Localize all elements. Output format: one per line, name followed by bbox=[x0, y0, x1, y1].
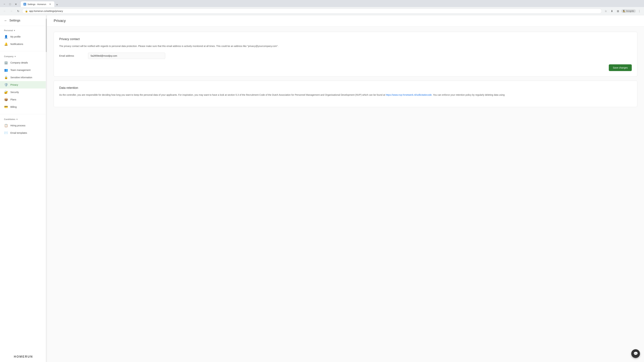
personal-dropdown-arrow: ▾ bbox=[14, 29, 15, 32]
incognito-label: Incognito bbox=[626, 10, 634, 12]
bookmark-button[interactable]: ☆ bbox=[603, 8, 608, 14]
address-bar[interactable]: 🔒 bbox=[22, 8, 602, 13]
company-details-icon: 🏢 bbox=[4, 61, 8, 65]
sidebar-item-label-plans: Plans bbox=[10, 98, 16, 101]
sidebar-back-button[interactable]: ← bbox=[4, 18, 8, 22]
email-input[interactable] bbox=[88, 53, 165, 59]
reload-button[interactable]: ↻ bbox=[16, 8, 21, 14]
new-tab-button[interactable]: + bbox=[55, 2, 59, 7]
privacy-contact-title: Privacy contact bbox=[59, 37, 632, 41]
tab-favicon: H bbox=[24, 3, 26, 5]
email-templates-icon: ✉️ bbox=[4, 131, 8, 135]
sidebar-item-label-security: Security bbox=[10, 91, 19, 93]
menu-button[interactable]: ⋮ bbox=[636, 8, 642, 14]
sidebar-section-candidates: Candidates ▾ 📋 Hiring process ✉️ Email t… bbox=[0, 115, 47, 139]
sidebar: ← Settings Personal ▾ 👤 My profile 🔔 Not… bbox=[0, 15, 47, 362]
page-header: Privacy bbox=[47, 15, 644, 26]
email-label: Email address bbox=[59, 54, 83, 57]
close-button[interactable]: ✕ bbox=[14, 2, 18, 6]
notifications-icon: 🔔 bbox=[4, 42, 8, 46]
forward-nav-button[interactable]: → bbox=[9, 8, 14, 14]
minimize-button[interactable]: − bbox=[2, 2, 7, 6]
sidebar-item-my-profile[interactable]: 👤 My profile bbox=[0, 33, 47, 40]
email-form-row: Email address bbox=[59, 53, 632, 59]
sidebar-item-company-details[interactable]: 🏢 Company details bbox=[0, 59, 47, 66]
sidebar-section-company: Company ▾ 🏢 Company details 👥 Team manag… bbox=[0, 52, 47, 113]
tab-close-button[interactable]: ✕ bbox=[49, 3, 52, 6]
app-layout: ← Settings Personal ▾ 👤 My profile 🔔 Not… bbox=[0, 15, 644, 362]
sidebar-item-label-sensitive-information: Sensitive information bbox=[10, 76, 32, 79]
company-dropdown-arrow: ▾ bbox=[14, 55, 16, 58]
billing-icon: 💳 bbox=[4, 105, 8, 109]
sidebar-item-label-team-management: Team management bbox=[10, 69, 30, 71]
sidebar-item-label-my-profile: My profile bbox=[10, 35, 21, 38]
sidebar-item-billing[interactable]: 💳 Billing bbox=[0, 103, 47, 111]
sidebar-item-hiring-process[interactable]: 📋 Hiring process bbox=[0, 122, 47, 129]
homerun-logo: HOMERUN bbox=[14, 355, 33, 359]
nav-actions: ☆ ⬇ ⊞ 🕵 Incognito ⋮ bbox=[603, 8, 642, 14]
sidebar-scrollbar[interactable] bbox=[46, 15, 47, 362]
data-retention-card: Data retention As the controller, you ar… bbox=[54, 81, 637, 107]
data-retention-title: Data retention bbox=[59, 86, 632, 90]
sidebar-scroll-thumb bbox=[46, 18, 47, 52]
sidebar-item-label-privacy: Privacy bbox=[10, 83, 18, 86]
privacy-contact-description: The privacy contact will be notified wit… bbox=[59, 44, 632, 48]
incognito-icon: 🕵 bbox=[623, 10, 626, 12]
browser-chrome: − □ ✕ H Settings · Homerun ✕ + ← → ↻ 🔒 ☆… bbox=[0, 0, 644, 15]
sidebar-item-label-hiring-process: Hiring process bbox=[10, 124, 25, 127]
sidebar-item-plans[interactable]: 📦 Plans bbox=[0, 96, 47, 103]
tab-bar: H Settings · Homerun ✕ + bbox=[21, 1, 59, 7]
candidates-dropdown-arrow: ▾ bbox=[16, 118, 18, 120]
sidebar-title: Settings bbox=[10, 19, 20, 22]
sidebar-item-label-company-details: Company details bbox=[10, 61, 28, 64]
candidates-section-label: Candidates ▾ bbox=[0, 117, 47, 122]
privacy-icon: 🛡️ bbox=[4, 83, 8, 87]
secure-icon: 🔒 bbox=[25, 10, 28, 12]
browser-tab-active[interactable]: H Settings · Homerun ✕ bbox=[21, 1, 54, 7]
page-title: Privacy bbox=[54, 18, 637, 23]
sidebar-section-personal: Personal ▾ 👤 My profile 🔔 Notifications bbox=[0, 26, 47, 50]
browser-controls: − □ ✕ bbox=[2, 2, 18, 6]
extensions-button[interactable]: ⊞ bbox=[615, 8, 620, 14]
sidebar-item-label-notifications: Notifications bbox=[10, 43, 23, 45]
url-input[interactable] bbox=[29, 10, 599, 12]
back-nav-button[interactable]: ← bbox=[2, 8, 8, 14]
sidebar-item-notifications[interactable]: 🔔 Notifications bbox=[0, 40, 47, 48]
section-divider-2 bbox=[0, 114, 47, 114]
maximize-button[interactable]: □ bbox=[8, 2, 12, 6]
team-management-icon: 👥 bbox=[4, 68, 8, 72]
chat-icon: 💬 bbox=[634, 352, 638, 356]
privacy-contact-actions: Save changes bbox=[59, 63, 632, 71]
sidebar-item-privacy[interactable]: 🛡️ Privacy bbox=[0, 81, 47, 88]
incognito-badge: 🕵 Incognito bbox=[621, 9, 636, 13]
nvp-link[interactable]: https://www.nvp-hrnetwerk.nl/sollicitati… bbox=[386, 93, 432, 96]
browser-nav: ← → ↻ 🔒 ☆ ⬇ ⊞ 🕵 Incognito ⋮ bbox=[0, 7, 644, 15]
sidebar-item-email-templates[interactable]: ✉️ Email templates bbox=[0, 129, 47, 137]
plans-icon: 📦 bbox=[4, 97, 8, 102]
hiring-process-icon: 📋 bbox=[4, 123, 8, 128]
download-button[interactable]: ⬇ bbox=[609, 8, 614, 14]
sidebar-item-security[interactable]: 🔐 Security bbox=[0, 88, 47, 96]
chat-widget[interactable]: 💬 bbox=[631, 349, 640, 358]
content-area: Privacy contact The privacy contact will… bbox=[47, 26, 644, 112]
sensitive-info-icon: 🔒 bbox=[4, 75, 8, 79]
data-retention-description: As the controller, you are responsible f… bbox=[59, 93, 632, 97]
profile-icon: 👤 bbox=[4, 35, 8, 39]
sidebar-item-team-management[interactable]: 👥 Team management bbox=[0, 66, 47, 74]
privacy-contact-card: Privacy contact The privacy contact will… bbox=[54, 32, 637, 77]
sidebar-item-label-billing: Billing bbox=[10, 106, 16, 108]
tab-title: Settings · Homerun bbox=[28, 3, 47, 5]
main-content: Privacy Privacy contact The privacy cont… bbox=[47, 15, 644, 362]
personal-section-label: Personal ▾ bbox=[0, 29, 47, 33]
sidebar-item-sensitive-information[interactable]: 🔒 Sensitive information bbox=[0, 74, 47, 81]
company-section-label: Company ▾ bbox=[0, 55, 47, 59]
sidebar-item-label-email-templates: Email templates bbox=[10, 132, 27, 134]
security-icon: 🔐 bbox=[4, 90, 8, 94]
browser-title-bar: − □ ✕ H Settings · Homerun ✕ + bbox=[0, 0, 644, 7]
save-changes-button[interactable]: Save changes bbox=[609, 64, 632, 71]
sidebar-logo: HOMERUN bbox=[0, 352, 47, 362]
sidebar-header: ← Settings bbox=[0, 15, 47, 26]
